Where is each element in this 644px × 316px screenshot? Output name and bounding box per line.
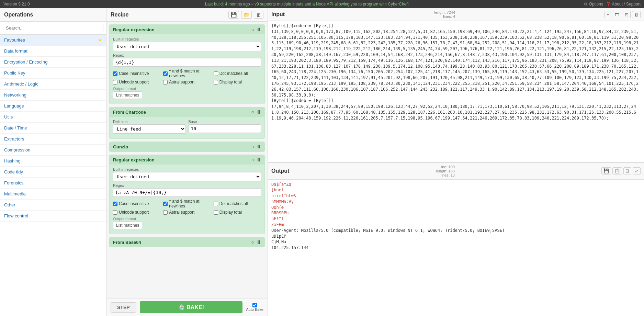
about-link[interactable]: ❓ About / Support [606, 2, 641, 7]
topbar: Version 9.21.0 Last build: 4 months ago … [0, 0, 644, 8]
dot-matches2-check[interactable] [214, 202, 218, 206]
output-format2-field: Output format List matches [113, 217, 261, 229]
input-lines: 4 [453, 14, 455, 19]
sidebar-item-public-key[interactable]: Public Key [0, 68, 106, 79]
unicode-support2-check[interactable] [113, 210, 117, 215]
case-insensitive-check[interactable] [113, 71, 117, 76]
bake-button[interactable]: 🧁 BAKE! [140, 301, 243, 313]
case-insensitive2-label[interactable]: Case insensitive [113, 199, 160, 208]
built-in-regexes2-field: Built in regexes User defined [113, 167, 261, 181]
recipe-content: Regular expression ○ ⏸ Built in regexes … [106, 22, 268, 298]
case-insensitive2-check[interactable] [113, 202, 117, 206]
sidebar-item-extractors[interactable]: Extractors [0, 134, 106, 145]
sidebar-item-networking[interactable]: Networking [0, 90, 106, 101]
delimiter-select[interactable]: Line feed [113, 124, 186, 134]
regex2-input[interactable] [113, 188, 261, 197]
sidebar-item-encryption-encoding[interactable]: Encryption / Encoding [0, 57, 106, 68]
op-charcode-name: From Charcode [113, 110, 146, 115]
input-add-button[interactable]: + [605, 11, 611, 18]
display-total-check[interactable] [214, 80, 218, 84]
op-charcode-pause-icon[interactable]: ⏸ [256, 109, 261, 115]
op-gunzip-pause-icon[interactable]: ⏸ [256, 144, 261, 149]
regex1-field: Regex [113, 53, 261, 67]
op-charcode-disable-icon[interactable]: ○ [251, 109, 254, 115]
dot-matches2-label[interactable]: Dot matches all [214, 199, 261, 208]
op-base64-name: From Base64 [113, 240, 141, 245]
delimiter-label: Delimiter [113, 120, 186, 124]
astral-support2-check[interactable] [163, 210, 168, 215]
unicode-support-label[interactable]: Unicode support [113, 80, 160, 84]
regex1-input[interactable] [113, 58, 261, 67]
sidebar-item-arithmetic-logic[interactable]: Arithmetic / Logic [0, 79, 106, 90]
op-regex1: Regular expression ○ ⏸ Built in regexes … [109, 24, 265, 104]
step-button[interactable]: STEP [111, 302, 136, 313]
output-pop-button[interactable]: ⊡ [623, 167, 631, 174]
save-recipe-button[interactable]: 💾 [228, 11, 239, 19]
sidebar-item-hashing[interactable]: Hashing [0, 156, 106, 167]
io-panels: Input length: 7244 lines: 4 + 🗔 ⊡ 🗑 [Byt… [268, 8, 644, 316]
sidebar-item-forensics[interactable]: Forensics [0, 178, 106, 189]
and-dollar2-check[interactable] [163, 202, 168, 206]
built-in-regexes-select[interactable]: User defined [113, 42, 261, 51]
display-total-label[interactable]: Display total [214, 80, 261, 84]
dot-matches-check[interactable] [214, 71, 218, 76]
sidebar-item-multimedia[interactable]: Multimedia [0, 189, 106, 200]
op-base64-pause-icon[interactable]: ⏸ [256, 239, 261, 245]
built-in-regexes-field: Built in regexes User defined [113, 37, 261, 51]
output-meta: line: 100 length: 188 lines: 13 [436, 165, 454, 177]
sidebar-item-other[interactable]: Other [0, 200, 106, 211]
output-format1-field: Output format List matches [113, 87, 261, 99]
bottom-bar: STEP 🧁 BAKE! Auto Bake [106, 298, 268, 316]
dot-matches-label[interactable]: Dot matches all [214, 69, 261, 78]
op-gunzip-disable-icon[interactable]: ○ [251, 144, 254, 149]
output-panel: Output line: 100 length: 188 lines: 13 💾… [268, 163, 644, 316]
sidebar-item-utils[interactable]: Utils [0, 112, 106, 123]
search-input[interactable] [3, 24, 103, 32]
op-base64-disable-icon[interactable]: ○ [251, 239, 254, 245]
input-new-tab-button[interactable]: 🗔 [613, 11, 621, 18]
sidebar-item-language[interactable]: Language [0, 101, 106, 112]
unicode-support-check[interactable] [113, 80, 117, 84]
op-disable-icon[interactable]: ○ [251, 27, 254, 32]
input-length: 7244 [447, 10, 455, 14]
op-from-charcode: From Charcode ○ ⏸ Delimiter Line feed [109, 107, 265, 139]
astral-support-label[interactable]: Astral support [163, 80, 211, 84]
sidebar-title: Operations [0, 8, 106, 22]
op-regex2-pause-icon[interactable]: ⏸ [256, 157, 261, 162]
load-recipe-button[interactable]: 📁 [241, 11, 252, 19]
op-pause-icon[interactable]: ⏸ [256, 27, 261, 32]
display-total2-check[interactable] [214, 210, 218, 215]
star-icon: ★ [98, 37, 102, 43]
sidebar-item-code-tidy[interactable]: Code tidy [0, 167, 106, 178]
sidebar-item-flow-control[interactable]: Flow control [0, 211, 106, 222]
sidebar-item-favourites[interactable]: Favourites★ [0, 35, 106, 46]
display-total2-label[interactable]: Display total [214, 210, 261, 215]
op-gunzip-name: Gunzip [113, 144, 128, 149]
output-line-5: RRRSRPh [271, 210, 641, 216]
case-insensitive-label[interactable]: Case insensitive [113, 69, 160, 78]
input-panel: Input length: 7244 lines: 4 + 🗔 ⊡ 🗑 [Byt… [268, 8, 644, 162]
output-copy-button[interactable]: 📋 [612, 167, 622, 174]
op-regex2-disable-icon[interactable]: ○ [251, 157, 254, 162]
output-title: Output [271, 168, 289, 174]
regex1-checkboxes: Case insensitive ^ and $ match at newlin… [113, 69, 261, 84]
input-content[interactable]: [Byte[]]$codea = [Byte[]] (31,139,8,0,0,… [268, 21, 644, 162]
astral-support2-label[interactable]: Astral support [163, 210, 211, 215]
base-input[interactable] [189, 124, 261, 133]
astral-support-check[interactable] [163, 80, 168, 84]
and-dollar2-label[interactable]: ^ and $ match at newlines [163, 199, 211, 208]
options-link[interactable]: ⚙ Options [584, 2, 603, 7]
sidebar-item-data-format[interactable]: Data format [0, 46, 106, 57]
and-dollar-check[interactable] [163, 71, 168, 76]
input-pop-button[interactable]: ⊡ [623, 11, 631, 18]
built-in-regexes2-select[interactable]: User defined [113, 172, 261, 181]
and-dollar-label[interactable]: ^ and $ match at newlines [163, 69, 211, 78]
sidebar-item-compression[interactable]: Compression [0, 145, 106, 156]
input-clear-button[interactable]: 🗑 [632, 11, 641, 18]
unicode-support2-label[interactable]: Unicode support [113, 210, 160, 215]
output-expand-button[interactable]: ⤢ [633, 167, 641, 174]
clear-recipe-button[interactable]: 🗑 [254, 11, 263, 19]
auto-bake-checkbox[interactable] [252, 303, 257, 307]
sidebar-item-date-time[interactable]: Date / Time [0, 123, 106, 134]
output-save-button[interactable]: 💾 [601, 167, 611, 174]
